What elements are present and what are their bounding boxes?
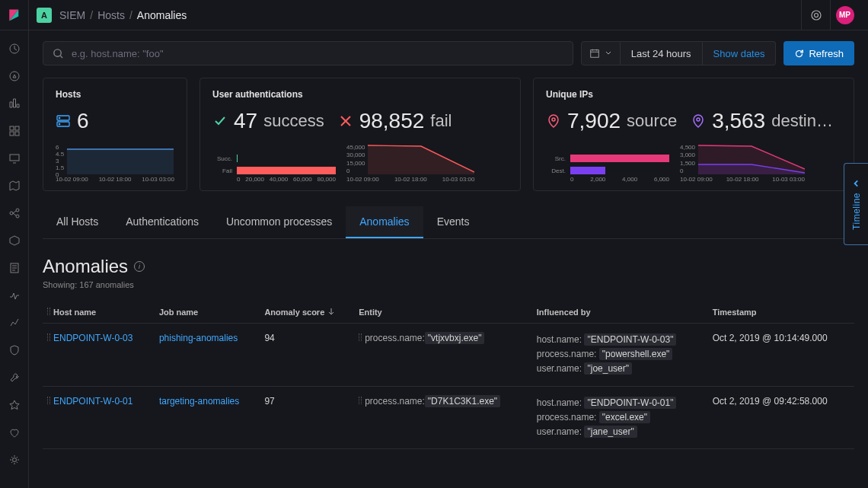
- infra-icon[interactable]: [8, 234, 21, 247]
- col-host[interactable]: Host name: [43, 301, 155, 324]
- svg-point-14: [54, 49, 61, 56]
- chevron-left-icon: [852, 179, 861, 188]
- breadcrumb-current: Anomalies: [137, 9, 187, 21]
- show-dates-button[interactable]: Show dates: [703, 41, 777, 65]
- ips-source-count: 7,902: [567, 109, 621, 133]
- timestamp-cell: Oct 2, 2019 @ 10:14:49.000: [708, 324, 854, 387]
- col-timestamp[interactable]: Timestamp: [708, 301, 854, 324]
- ips-trend-chart: 4,5003,0001,5000 10-02 09:0010-02 18:001…: [680, 144, 805, 183]
- sort-desc-icon: [327, 308, 335, 315]
- timeline-flyout-button[interactable]: Timeline: [844, 163, 868, 245]
- server-icon: [56, 113, 71, 129]
- timestamp-cell: Oct 2, 2019 @ 09:42:58.000: [708, 386, 854, 449]
- siem-icon[interactable]: [8, 344, 21, 356]
- anomalies-table: Host name Job name Anomaly score Entity …: [43, 301, 854, 449]
- col-score[interactable]: Anomaly score: [260, 301, 354, 324]
- col-job[interactable]: Job name: [155, 301, 260, 324]
- visualize-icon[interactable]: [8, 97, 21, 110]
- pin-icon: [691, 113, 706, 129]
- svg-rect-8: [10, 155, 19, 161]
- tab-uncommon-processes[interactable]: Uncommon processes: [212, 206, 346, 238]
- query-bar[interactable]: [43, 41, 573, 65]
- influenced-cell: host.name: "ENDPOINT-W-0-03"process.name…: [532, 324, 708, 387]
- search-input[interactable]: [72, 48, 563, 59]
- entity-cell: process.name:"D7K1C3K1.exe": [354, 386, 532, 449]
- host-link[interactable]: ENDPOINT-W-0-01: [53, 396, 132, 407]
- job-link[interactable]: targeting-anomalies: [159, 396, 239, 407]
- space-selector[interactable]: A: [37, 8, 52, 23]
- pin-icon: [546, 113, 561, 129]
- date-range-label[interactable]: Last 24 hours: [621, 41, 703, 65]
- auth-success-count: 47: [234, 109, 257, 133]
- svg-rect-5: [15, 126, 19, 130]
- ips-card: Unique IPs 7,902 source 3,563 destin… Sr…: [533, 78, 854, 191]
- col-entity[interactable]: Entity: [354, 301, 532, 324]
- apm-icon[interactable]: [8, 289, 21, 301]
- management-icon[interactable]: [8, 454, 21, 466]
- refresh-icon: [794, 49, 804, 59]
- svg-point-0: [812, 11, 821, 20]
- user-menu[interactable]: MP: [830, 0, 859, 30]
- date-quick-button[interactable]: [581, 41, 621, 65]
- svg-point-11: [16, 215, 19, 218]
- recent-icon[interactable]: [8, 43, 21, 55]
- section-title: Anomalies i: [43, 256, 854, 277]
- svg-rect-7: [15, 132, 19, 136]
- tab-anomalies[interactable]: Anomalies: [346, 206, 423, 238]
- stack-mgmt-icon[interactable]: [8, 399, 21, 411]
- svg-point-23: [552, 118, 555, 121]
- svg-marker-22: [368, 145, 474, 174]
- svg-rect-15: [591, 50, 599, 58]
- refresh-button[interactable]: Refresh: [783, 41, 854, 65]
- calendar-icon: [589, 48, 600, 59]
- chevron-down-icon: [605, 49, 612, 57]
- info-icon[interactable]: i: [134, 261, 145, 272]
- dashboard-icon[interactable]: [8, 125, 21, 137]
- tab-authentications[interactable]: Authentications: [112, 206, 212, 238]
- canvas-icon[interactable]: [8, 152, 21, 164]
- side-nav: [0, 30, 29, 488]
- svg-point-9: [10, 212, 13, 215]
- kibana-logo[interactable]: [0, 0, 29, 30]
- svg-point-18: [59, 117, 59, 118]
- search-icon: [53, 48, 64, 59]
- breadcrumb-hosts[interactable]: Hosts: [97, 9, 125, 21]
- hosts-card: Hosts 6 64.531.50 10-02 09:0010-02 18:00…: [43, 78, 187, 191]
- monitoring-icon[interactable]: [8, 426, 21, 439]
- dev-tools-icon[interactable]: [8, 372, 21, 384]
- newsfeed-icon[interactable]: [801, 0, 830, 30]
- ips-bar-chart: Src. Dest. 02,0004,0006,000: [546, 155, 669, 183]
- score-cell: 94: [260, 324, 354, 387]
- breadcrumb-siem[interactable]: SIEM: [59, 9, 85, 21]
- host-link[interactable]: ENDPOINT-W-0-03: [53, 333, 132, 343]
- maps-icon[interactable]: [8, 180, 21, 192]
- svg-rect-21: [67, 149, 174, 174]
- score-cell: 97: [260, 386, 354, 449]
- table-row: ENDPOINT-W-0-03phishing-anomalies94proce…: [43, 324, 854, 387]
- showing-count: Showing: 167 anomalies: [43, 280, 854, 289]
- ips-dest-count: 3,563: [712, 109, 765, 133]
- hosts-trend-chart: 64.531.50 10-02 09:0010-02 18:0010-03 03…: [56, 144, 174, 183]
- logs-icon[interactable]: [8, 262, 21, 274]
- avatar: MP: [836, 6, 854, 24]
- job-link[interactable]: phishing-anomalies: [159, 333, 238, 343]
- svg-rect-4: [10, 126, 14, 130]
- svg-rect-6: [10, 132, 14, 136]
- svg-point-24: [697, 118, 700, 121]
- tab-all-hosts[interactable]: All Hosts: [43, 206, 112, 238]
- hosts-count: 6: [77, 109, 89, 133]
- discover-icon[interactable]: [8, 70, 21, 82]
- auth-fail-count: 98,852: [359, 109, 425, 133]
- x-icon: [338, 113, 353, 129]
- svg-point-10: [16, 209, 19, 212]
- svg-point-13: [12, 458, 16, 462]
- uptime-icon[interactable]: [8, 317, 21, 329]
- entity-cell: process.name:"vtjxvbxj.exe": [354, 324, 532, 387]
- col-influenced[interactable]: Influenced by: [532, 301, 708, 324]
- tab-events[interactable]: Events: [423, 206, 483, 238]
- ml-icon[interactable]: [8, 207, 21, 219]
- auth-trend-chart: 45,00030,00015,0000 10-02 09:0010-02 18:…: [346, 144, 474, 183]
- auth-card: User authentications 47 success 98,852 f…: [199, 78, 521, 191]
- table-row: ENDPOINT-W-0-01targeting-anomalies97proc…: [43, 386, 854, 449]
- auth-bar-chart: Succ. Fail 020,00040,00060,00080,000: [212, 155, 336, 183]
